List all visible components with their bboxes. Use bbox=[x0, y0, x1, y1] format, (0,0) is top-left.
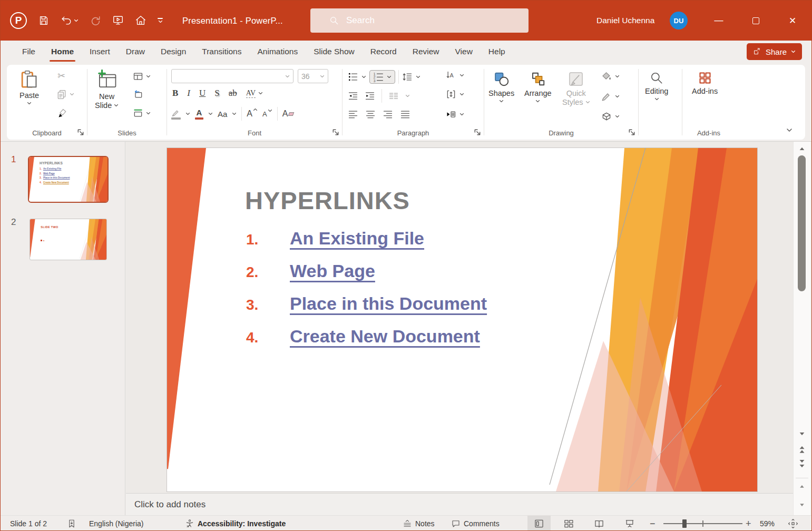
shapes-button[interactable]: Shapes bbox=[488, 71, 514, 103]
spell-check-button[interactable] bbox=[67, 516, 76, 531]
increase-indent-button[interactable] bbox=[365, 91, 375, 101]
slide-layout-button[interactable] bbox=[133, 71, 143, 82]
maximize-button[interactable] bbox=[743, 1, 768, 41]
cut-button[interactable]: ✂ bbox=[57, 71, 65, 81]
hyperlink-existing-file[interactable]: An Existing File bbox=[290, 228, 424, 249]
align-center-button[interactable] bbox=[365, 109, 376, 120]
font-color-button[interactable]: A bbox=[195, 108, 203, 120]
paragraph-dialog-launcher[interactable] bbox=[474, 127, 481, 136]
slide-list-item[interactable]: 4.Create New Document bbox=[246, 326, 480, 347]
paste-button[interactable]: Paste bbox=[19, 69, 39, 105]
align-right-button[interactable] bbox=[383, 109, 393, 120]
drawing-dialog-launcher[interactable] bbox=[628, 127, 635, 136]
undo-dropdown-icon[interactable] bbox=[74, 19, 79, 22]
scrollbar-thumb[interactable] bbox=[798, 155, 806, 291]
copy-button[interactable] bbox=[56, 89, 67, 100]
home-button[interactable] bbox=[135, 15, 146, 26]
align-text-dropdown-icon[interactable] bbox=[459, 93, 464, 96]
smartart-dropdown-icon[interactable] bbox=[459, 113, 464, 116]
highlight-color-button[interactable] bbox=[171, 109, 181, 120]
tab-design[interactable]: Design bbox=[153, 41, 194, 63]
notes-pane[interactable]: Click to add notes bbox=[126, 493, 793, 515]
collapse-ribbon-button[interactable] bbox=[786, 125, 793, 134]
account-name[interactable]: Daniel Uchenna bbox=[596, 1, 654, 41]
italic-button[interactable]: I bbox=[187, 88, 190, 99]
language-button[interactable]: English (Nigeria) bbox=[89, 516, 143, 531]
format-painter-button[interactable] bbox=[57, 108, 68, 119]
change-case-dropdown-icon[interactable] bbox=[232, 112, 237, 115]
align-left-button[interactable] bbox=[348, 109, 358, 120]
columns-button[interactable] bbox=[388, 91, 399, 101]
tab-file[interactable]: File bbox=[14, 41, 43, 63]
slide-canvas[interactable]: HYPERLINKS 1.An Existing File 2.Web Page… bbox=[167, 148, 757, 491]
fit-slide-to-window-button[interactable] bbox=[782, 516, 804, 531]
text-direction-dropdown-icon[interactable] bbox=[459, 74, 464, 77]
clipboard-dialog-launcher[interactable] bbox=[77, 127, 84, 136]
shape-effects-dropdown-icon[interactable] bbox=[615, 115, 620, 118]
zoom-in-button[interactable]: + bbox=[746, 516, 751, 531]
text-shadow-button[interactable]: S bbox=[214, 88, 219, 99]
paste-dropdown-icon[interactable] bbox=[27, 102, 32, 105]
tab-help[interactable]: Help bbox=[481, 41, 513, 63]
share-button[interactable]: Share bbox=[747, 43, 802, 60]
decrease-indent-button[interactable] bbox=[348, 91, 358, 101]
shape-effects-button[interactable] bbox=[601, 111, 612, 122]
shape-outline-dropdown-icon[interactable] bbox=[615, 95, 620, 98]
previous-slide-button[interactable] bbox=[794, 445, 810, 455]
start-slideshow-button[interactable] bbox=[112, 15, 124, 26]
undo-button[interactable] bbox=[61, 15, 79, 26]
notes-scroll-down-button[interactable] bbox=[794, 501, 810, 508]
tab-view[interactable]: View bbox=[447, 41, 481, 63]
slide-list-item[interactable]: 1.An Existing File bbox=[246, 228, 424, 249]
reading-view-button[interactable] bbox=[588, 516, 611, 531]
tab-home[interactable]: Home bbox=[43, 41, 82, 63]
font-name-combobox[interactable] bbox=[171, 69, 294, 83]
bullets-dropdown-icon[interactable] bbox=[361, 75, 366, 78]
reset-slide-button[interactable] bbox=[133, 89, 143, 100]
tab-animations[interactable]: Animations bbox=[249, 41, 306, 63]
slide-show-button[interactable] bbox=[618, 516, 641, 531]
vertical-scrollbar[interactable] bbox=[793, 142, 810, 515]
shape-fill-dropdown-icon[interactable] bbox=[615, 75, 620, 78]
tab-transitions[interactable]: Transitions bbox=[194, 41, 249, 63]
scroll-down-button[interactable] bbox=[794, 429, 810, 438]
slide-list-item[interactable]: 2.Web Page bbox=[246, 261, 375, 281]
tab-draw[interactable]: Draw bbox=[118, 41, 153, 63]
search-input[interactable]: Search bbox=[310, 8, 529, 33]
hyperlink-place-in-document[interactable]: Place in this Document bbox=[290, 293, 487, 314]
notes-toggle-button[interactable]: Notes bbox=[403, 516, 435, 531]
font-size-combobox[interactable]: 36 bbox=[298, 69, 328, 83]
highlight-dropdown-icon[interactable] bbox=[185, 112, 190, 115]
copy-dropdown-icon[interactable] bbox=[70, 93, 74, 96]
section-button[interactable] bbox=[133, 108, 143, 119]
editing-button[interactable]: Editing bbox=[645, 71, 668, 101]
char-spacing-dropdown-icon[interactable] bbox=[258, 92, 263, 95]
minimize-button[interactable]: — bbox=[707, 1, 731, 41]
comments-button[interactable]: Comments bbox=[451, 516, 500, 531]
powerpoint-logo-icon[interactable]: P bbox=[10, 12, 27, 29]
character-spacing-button[interactable]: AV bbox=[246, 89, 256, 98]
normal-view-button[interactable] bbox=[527, 516, 551, 531]
add-ins-button[interactable]: Add-ins bbox=[692, 71, 718, 95]
slide-2-thumbnail[interactable]: SLIDE TWO bbox=[30, 219, 107, 260]
text-direction-button[interactable] bbox=[446, 70, 456, 81]
slide-sorter-view-button[interactable] bbox=[557, 516, 580, 531]
shrink-font-button[interactable]: A bbox=[262, 110, 272, 118]
quick-styles-button[interactable]: Quick Styles bbox=[562, 71, 590, 106]
shape-outline-button[interactable] bbox=[601, 91, 612, 102]
zoom-level[interactable]: 59% bbox=[760, 516, 775, 531]
convert-to-smartart-button[interactable] bbox=[446, 109, 456, 120]
scroll-up-button[interactable] bbox=[794, 145, 810, 153]
arrange-button[interactable]: Arrange bbox=[524, 71, 552, 103]
numbering-button[interactable] bbox=[369, 70, 395, 84]
change-case-button[interactable]: Aa bbox=[218, 110, 227, 119]
slide-list-item[interactable]: 3.Place in this Document bbox=[246, 293, 487, 314]
line-spacing-dropdown-icon[interactable] bbox=[416, 75, 420, 78]
customize-toolbar-button[interactable] bbox=[158, 18, 163, 23]
font-dialog-launcher[interactable] bbox=[332, 127, 339, 136]
hyperlink-web-page[interactable]: Web Page bbox=[290, 261, 375, 281]
hyperlink-create-new-document[interactable]: Create New Document bbox=[290, 326, 480, 347]
save-button[interactable] bbox=[38, 15, 50, 26]
new-slide-button[interactable]: New Slide bbox=[95, 69, 119, 110]
zoom-slider-thumb[interactable] bbox=[682, 519, 687, 528]
